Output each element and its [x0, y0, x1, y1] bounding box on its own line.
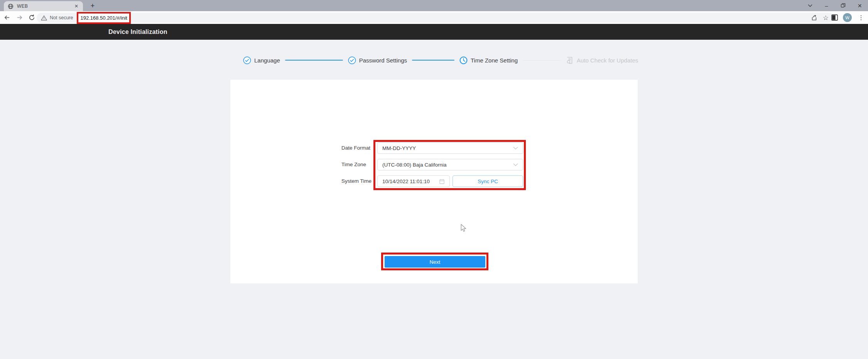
restore-window-icon[interactable] [835, 0, 851, 11]
avatar[interactable]: W [843, 13, 852, 22]
step-label: Language [254, 57, 280, 64]
globe-favicon-icon [8, 3, 14, 9]
step-connector [412, 60, 454, 61]
tab-search-chevron-icon[interactable] [802, 0, 818, 11]
step-time-zone-setting: Time Zone Setting [459, 56, 518, 64]
date-format-select[interactable]: MM-DD-YYYY [377, 142, 523, 154]
document-search-icon [566, 56, 574, 64]
not-secure-label: Not secure [50, 15, 73, 20]
bookmark-star-icon[interactable]: ☆ [823, 15, 829, 21]
step-connector [285, 60, 343, 61]
page-background: Language Password Settings Time Zone Set… [0, 40, 868, 359]
next-button[interactable]: Next [385, 256, 485, 268]
back-icon[interactable] [2, 12, 12, 23]
url-annotation-box: 192.168.50.201/#/init [77, 12, 130, 24]
system-time-value: 10/14/2022 11:01:10 [382, 179, 436, 184]
browser-toolbar: Not secure 192.168.50.201/#/init ☆ [0, 11, 868, 24]
time-zone-value: (UTC-08:00) Baja California [382, 162, 510, 168]
address-bar[interactable]: Not secure 192.168.50.201/#/init ☆ [37, 13, 833, 23]
window-controls: – ✕ [802, 0, 868, 11]
toolbar-right: W ⋮ [831, 11, 866, 24]
omnibox-actions: ☆ [811, 13, 829, 23]
step-label: Time Zone Setting [471, 57, 518, 64]
new-tab-button[interactable]: + [88, 2, 97, 11]
browser-menu-icon[interactable]: ⋮ [856, 14, 866, 21]
browser-tab[interactable]: WEB ✕ [4, 1, 83, 11]
step-password-settings: Password Settings [348, 56, 407, 64]
time-zone-label: Time Zone [341, 159, 377, 170]
page-title: Device Initialization [108, 29, 167, 35]
system-time-label: System Time [341, 175, 377, 187]
check-circle-icon [243, 56, 251, 64]
step-label: Password Settings [359, 57, 407, 64]
mouse-cursor [461, 224, 466, 234]
sync-pc-button[interactable]: Sync PC [453, 175, 523, 187]
step-label: Auto Check for Updates [577, 57, 638, 64]
chevron-down-icon [513, 163, 518, 166]
content-card: Date Format MM-DD-YYYY Time Zone (UTC-08… [230, 80, 638, 283]
step-connector [523, 60, 561, 61]
share-icon[interactable] [811, 14, 817, 21]
url-text[interactable]: 192.168.50.201/#/init [80, 15, 127, 21]
chevron-down-icon [513, 147, 518, 150]
not-secure-warning-icon [41, 15, 47, 21]
app-header: Device Initialization [0, 24, 868, 40]
browser-window: WEB ✕ + – ✕ [0, 0, 868, 359]
tab-close-icon[interactable]: ✕ [74, 3, 79, 9]
check-circle-icon [348, 56, 356, 64]
tab-title: WEB [17, 3, 74, 9]
date-format-label: Date Format [341, 142, 377, 154]
reload-icon[interactable] [26, 12, 37, 23]
minimize-window-icon[interactable]: – [818, 0, 835, 11]
system-time-input[interactable]: 10/14/2022 11:01:10 [377, 175, 450, 187]
side-panel-icon[interactable] [831, 14, 838, 21]
time-zone-select[interactable]: (UTC-08:00) Baja California [377, 159, 523, 170]
date-format-value: MM-DD-YYYY [382, 145, 510, 151]
step-auto-check-updates: Auto Check for Updates [566, 56, 638, 64]
tab-strip: WEB ✕ + – ✕ [0, 0, 868, 11]
clock-icon [459, 56, 468, 64]
close-window-icon[interactable]: ✕ [851, 0, 868, 11]
calendar-icon [439, 179, 445, 184]
step-language: Language [243, 56, 280, 64]
forward-icon[interactable] [14, 12, 25, 23]
wizard-steps: Language Password Settings Time Zone Set… [243, 55, 638, 65]
